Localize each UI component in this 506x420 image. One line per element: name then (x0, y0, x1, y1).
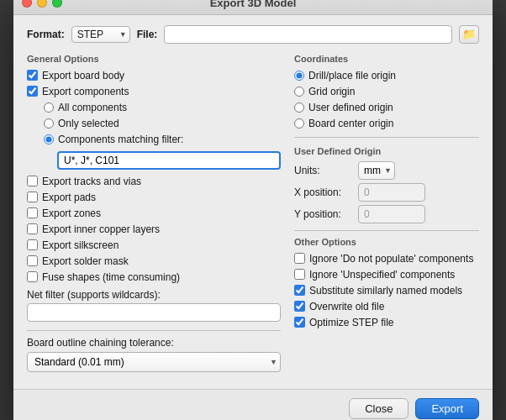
y-position-row: Y position: (294, 205, 479, 223)
units-label: Units: (294, 165, 353, 176)
only-selected-radio[interactable] (44, 118, 54, 129)
ignore-dnp-label: Ignore 'Do not populate' components (309, 253, 473, 265)
ignore-dnp-row: Ignore 'Do not populate' components (294, 252, 479, 265)
export-zones-label: Export zones (42, 207, 101, 219)
substitute-models-row: Substitute similarly named models (294, 284, 479, 297)
user-defined-radio[interactable] (294, 102, 304, 113)
dialog-footer: Close Export (13, 389, 493, 421)
fuse-shapes-label: Fuse shapes (time consuming) (42, 271, 180, 283)
y-position-input[interactable] (358, 205, 425, 223)
export-3d-model-dialog: Export 3D Model Format: STEP ▼ File: 📁 G… (13, 0, 493, 420)
file-path-input[interactable] (164, 25, 452, 44)
format-select-wrapper: STEP ▼ (71, 26, 130, 43)
units-select[interactable]: mm (358, 161, 395, 180)
file-browse-button[interactable]: 📁 (459, 25, 479, 44)
board-center-radio[interactable] (294, 118, 304, 129)
export-board-body-checkbox[interactable] (27, 70, 38, 81)
units-row: Units: mm ▼ (294, 161, 479, 180)
close-button[interactable]: Close (349, 398, 408, 419)
general-options-title: General Options (27, 54, 281, 64)
components-matching-radio[interactable] (44, 134, 54, 144)
titlebar: Export 3D Model (13, 0, 493, 15)
right-column: Coordinates Drill/place file origin Grid… (294, 54, 479, 377)
udo-divider (294, 137, 479, 138)
overwrite-file-label: Overwrite old file (309, 301, 384, 312)
grid-origin-radio[interactable] (294, 87, 304, 97)
window-controls (22, 0, 62, 8)
net-filter-section: Net filter (supports wildcards): (27, 289, 281, 322)
x-position-label: X position: (294, 186, 353, 198)
export-components-checkbox[interactable] (27, 86, 38, 97)
x-position-input[interactable] (358, 183, 425, 202)
export-zones-checkbox[interactable] (27, 207, 38, 218)
board-center-label: Board center origin (308, 118, 393, 129)
export-pads-row: Export pads (27, 191, 281, 204)
optimize-step-checkbox[interactable] (294, 317, 305, 328)
export-pads-checkbox[interactable] (27, 192, 38, 202)
export-pads-label: Export pads (42, 192, 96, 203)
board-outline-section: Board outline chaining tolerance: Standa… (27, 330, 281, 372)
all-components-radio[interactable] (44, 102, 54, 113)
all-components-row: All components (44, 101, 281, 114)
other-options-section: Other Options Ignore 'Do not populate' c… (294, 237, 479, 329)
format-row: Format: STEP ▼ File: 📁 (27, 25, 479, 44)
ignore-unspecified-label: Ignore 'Unspecified' components (309, 269, 455, 281)
other-options-divider (294, 230, 479, 231)
grid-origin-row: Grid origin (294, 85, 479, 98)
folder-icon: 📁 (462, 28, 476, 40)
export-inner-copper-label: Export inner copper layers (42, 223, 160, 235)
user-defined-origin-title: User Defined Origin (294, 146, 479, 156)
left-column: General Options Export board body Export… (27, 54, 281, 377)
window-title: Export 3D Model (210, 0, 297, 9)
outline-tolerance-select[interactable]: Standard (0.01 mm) (27, 352, 281, 372)
components-matching-label: Components matching filter: (58, 134, 183, 145)
export-silkscreen-label: Export silkscreen (42, 239, 119, 251)
user-defined-origin-row: User defined origin (294, 101, 479, 114)
drill-place-origin-row: Drill/place file origin (294, 69, 479, 82)
outline-divider (27, 330, 281, 331)
close-window-button[interactable] (22, 0, 32, 8)
x-position-row: X position: (294, 183, 479, 202)
components-matching-row: Components matching filter: (44, 133, 281, 146)
export-solder-mask-row: Export solder mask (27, 255, 281, 268)
net-filter-label: Net filter (supports wildcards): (27, 289, 161, 301)
drill-place-label: Drill/place file origin (308, 70, 396, 81)
dialog-content: Format: STEP ▼ File: 📁 General Options E… (13, 15, 493, 389)
export-silkscreen-checkbox[interactable] (27, 239, 38, 250)
user-defined-origin-section: User Defined Origin Units: mm ▼ X positi… (294, 146, 479, 223)
export-button[interactable]: Export (415, 398, 479, 419)
outline-select-container: Standard (0.01 mm) ▼ (27, 352, 281, 372)
file-label: File: (137, 29, 158, 40)
board-outline-label: Board outline chaining tolerance: (27, 337, 174, 349)
board-center-origin-row: Board center origin (294, 117, 479, 130)
coordinates-title: Coordinates (294, 54, 479, 64)
component-filter-input[interactable] (57, 151, 281, 170)
export-zones-row: Export zones (27, 207, 281, 220)
overwrite-file-checkbox[interactable] (294, 301, 305, 312)
export-board-body-row: Export board body (27, 69, 281, 82)
export-inner-copper-row: Export inner copper layers (27, 223, 281, 236)
user-defined-label: User defined origin (308, 102, 393, 113)
net-filter-input[interactable] (27, 303, 281, 322)
export-inner-copper-checkbox[interactable] (27, 223, 38, 234)
export-tracks-checkbox[interactable] (27, 176, 38, 186)
only-selected-label: Only selected (58, 118, 119, 129)
substitute-models-checkbox[interactable] (294, 285, 305, 296)
y-position-label: Y position: (294, 208, 353, 220)
ignore-unspecified-checkbox[interactable] (294, 269, 305, 280)
filter-input-container (57, 149, 281, 175)
export-components-row: Export components (27, 85, 281, 98)
ignore-unspecified-row: Ignore 'Unspecified' components (294, 268, 479, 281)
export-board-body-label: Export board body (42, 70, 124, 81)
optimize-step-label: Optimize STEP file (309, 317, 393, 328)
ignore-dnp-checkbox[interactable] (294, 253, 305, 264)
drill-place-radio[interactable] (294, 71, 304, 81)
grid-origin-label: Grid origin (308, 86, 355, 97)
fuse-shapes-checkbox[interactable] (27, 271, 38, 282)
format-select[interactable]: STEP (71, 26, 130, 43)
units-select-wrapper: mm ▼ (358, 161, 395, 180)
minimize-window-button[interactable] (37, 0, 47, 8)
maximize-window-button[interactable] (52, 0, 62, 8)
export-solder-mask-checkbox[interactable] (27, 255, 38, 266)
outline-select-wrapper: Standard (0.01 mm) ▼ (27, 352, 281, 372)
